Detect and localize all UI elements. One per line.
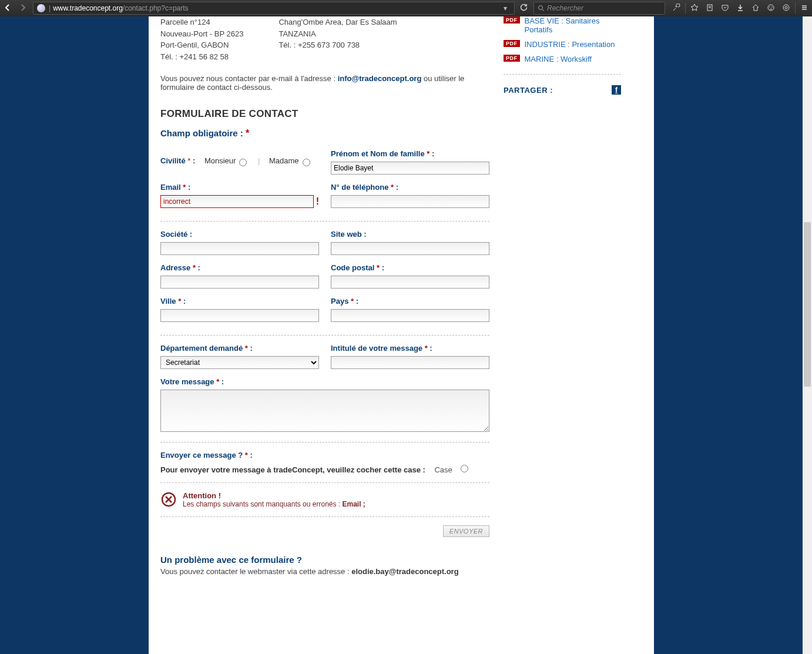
cp-label: Code postal	[331, 263, 374, 272]
societe-field: Société :	[160, 230, 319, 255]
societe-input[interactable]	[160, 242, 319, 255]
message-textarea[interactable]	[160, 390, 489, 432]
bookmark-star-icon[interactable]	[687, 4, 702, 14]
search-placeholder: Rechercher	[547, 4, 583, 12]
bookmarks-list-icon[interactable]	[702, 4, 717, 14]
madame-label: Madame	[269, 156, 299, 165]
civilite-field: Civilité * : Monsieur | Madame	[160, 156, 319, 166]
pdf-link-basevie[interactable]: BASE VIE : Sanitaires Portatifs	[525, 16, 622, 34]
madame-option[interactable]: Madame	[269, 156, 312, 165]
monsieur-radio[interactable]	[239, 159, 247, 166]
problem-text: Vous pouvez contacter le webmaster via c…	[160, 567, 489, 576]
pdf-link-row: PDF INDUSTRIE : Presentation	[504, 40, 621, 49]
contact-email-link[interactable]: info@tradeconcept.org	[338, 74, 422, 83]
svg-point-6	[769, 6, 770, 8]
address-block: Parcelle n°124 Nouveau-Port - BP 2623 Po…	[160, 16, 489, 62]
colon: :	[248, 451, 253, 460]
addon-icon[interactable]	[779, 4, 794, 14]
form-title: FORMULAIRE DE CONTACT	[160, 108, 489, 120]
cp-input[interactable]	[331, 276, 489, 289]
required-label: Champ obligatoire :	[160, 128, 246, 138]
home-icon[interactable]	[748, 4, 763, 14]
colon: :	[190, 156, 195, 165]
problem-title: Un problème avec ce formulaire ?	[160, 555, 489, 565]
reload-button[interactable]	[517, 4, 530, 14]
adresse-input[interactable]	[160, 276, 319, 289]
submit-button[interactable]: ENVOYER	[443, 525, 489, 537]
adresse-field: Adresse * :	[160, 263, 319, 289]
colon: :	[186, 183, 190, 192]
site-input[interactable]	[331, 242, 489, 255]
address-tanzania: Chang'Ombe Area, Dar Es Salaam TANZANIA …	[279, 16, 397, 62]
sujet-input[interactable]	[331, 356, 489, 369]
dept-select[interactable]: Secretariat	[160, 356, 319, 369]
search-bar[interactable]: Rechercher	[533, 2, 665, 15]
divider	[160, 482, 489, 483]
ville-field: Ville * :	[160, 297, 319, 322]
search-icon	[538, 5, 545, 12]
error-icon: !	[316, 196, 319, 207]
intro-pre: Vous pouvez nous contacter par e-mail à …	[160, 74, 338, 83]
svg-line-1	[542, 9, 544, 11]
pdf-badge-icon: PDF	[504, 55, 520, 62]
envoyer-hint: Pour envoyer votre message à tradeConcep…	[160, 465, 425, 474]
toolbar-icons	[669, 3, 812, 14]
error-alert: Attention ! Les champs suivants sont man…	[160, 491, 489, 508]
hamburger-menu-icon[interactable]	[797, 4, 812, 14]
pocket-icon[interactable]	[717, 4, 733, 14]
forward-button	[15, 4, 31, 14]
sujet-label: Intitulé de votre message	[331, 344, 422, 353]
madame-radio[interactable]	[303, 159, 310, 166]
url-bar[interactable]: | www.tradeconcept.org/contact.php?c=par…	[33, 2, 515, 15]
email-input[interactable]	[160, 195, 314, 208]
addr-line: Port-Gentil, GABON	[160, 39, 243, 51]
colon: :	[187, 230, 192, 239]
main-column: Parcelle n°124 Nouveau-Port - BP 2623 Po…	[160, 16, 489, 576]
dropdown-icon[interactable]: ▾	[504, 4, 507, 12]
ville-input[interactable]	[160, 309, 319, 322]
back-button[interactable]	[0, 4, 15, 14]
alert-title: Attention !	[183, 491, 365, 500]
divider	[160, 517, 489, 517]
colon: :	[430, 149, 434, 158]
divider	[160, 442, 489, 442]
prenom-field: Prénom et Nom de famille * :	[331, 149, 489, 175]
addr-line: Tél. : +255 673 700 738	[279, 39, 397, 51]
site-label: Site web	[331, 230, 362, 239]
scrollbar-thumb[interactable]	[804, 222, 811, 387]
required-legend: Champ obligatoire : *	[160, 128, 489, 139]
confirm-radio[interactable]	[461, 465, 468, 472]
case-label: Case	[434, 465, 452, 474]
societe-label: Société	[160, 230, 187, 239]
svg-point-7	[771, 6, 773, 8]
divider	[160, 221, 489, 222]
downloads-icon[interactable]	[733, 4, 748, 14]
share-block: PARTAGER : f	[504, 85, 621, 95]
facebook-icon[interactable]: f	[612, 85, 621, 95]
adresse-label: Adresse	[160, 263, 190, 272]
devtools-icon[interactable]	[669, 4, 684, 14]
smiley-icon[interactable]	[763, 4, 779, 14]
tel-input[interactable]	[331, 195, 489, 208]
cp-field: Code postal * :	[331, 263, 489, 289]
email-label: Email	[160, 183, 181, 192]
page-viewport: Parcelle n°124 Nouveau-Port - BP 2623 Po…	[0, 16, 803, 654]
colon: :	[181, 297, 186, 306]
divider	[160, 335, 489, 336]
vertical-scrollbar[interactable]	[803, 16, 812, 654]
required-asterisk: *	[246, 128, 249, 138]
address-gabon: Parcelle n°124 Nouveau-Port - BP 2623 Po…	[160, 16, 243, 62]
prenom-input[interactable]	[331, 162, 489, 175]
addr-line: Chang'Ombe Area, Dar Es Salaam	[279, 16, 397, 28]
tel-field: N° de téléphone * :	[331, 183, 489, 208]
pdf-link-industrie[interactable]: INDUSTRIE : Presentation	[525, 40, 615, 49]
monsieur-option[interactable]: Monsieur	[204, 156, 249, 165]
dept-field: Département demandé * : Secretariat	[160, 344, 319, 369]
prenom-label: Prénom et Nom de famille	[331, 149, 425, 158]
pays-label: Pays	[331, 297, 348, 306]
url-path: /contact.php?c=parts	[123, 4, 189, 12]
pays-input[interactable]	[331, 309, 489, 322]
pdf-link-marine[interactable]: MARINE : Workskiff	[525, 55, 592, 63]
colon: :	[380, 263, 384, 272]
alert-msg-pre: Les champs suivants sont manquants ou er…	[183, 500, 342, 508]
